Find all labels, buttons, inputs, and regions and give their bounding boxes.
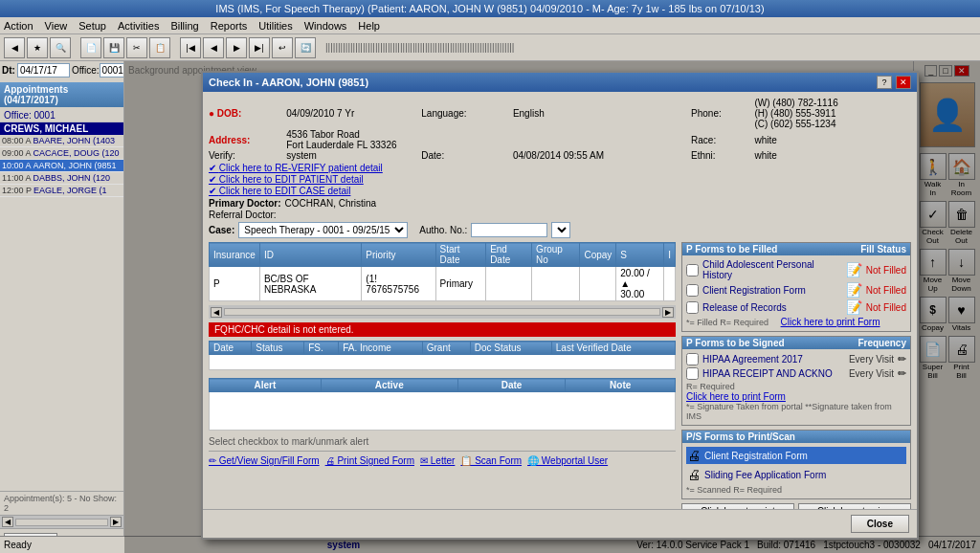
sign-cb-0[interactable] <box>686 353 699 365</box>
sign-freq-0: Every Visit <box>849 354 894 365</box>
tb-btn-2[interactable]: ★ <box>27 37 48 58</box>
appt-time-3: 11:00 A <box>2 173 32 183</box>
form-fill-cb-2[interactable] <box>686 301 699 314</box>
appt-item-0[interactable]: 08:00 A BAARE, JOHN (1403 <box>0 135 123 147</box>
tb-btn-6[interactable]: ✂ <box>126 37 147 58</box>
tb-nav-last[interactable]: ▶| <box>249 37 270 58</box>
fill-icon-0: 📝 <box>846 262 862 277</box>
id-col: ID <box>259 243 361 267</box>
ins-copay: 20.00 / ▲30.00 <box>616 267 664 301</box>
appt-item-3[interactable]: 11:00 A DABBS, JOHN (120 <box>0 172 123 185</box>
print-form-link-sign[interactable]: Click here to print Form <box>686 391 786 402</box>
fill-status-0: Not Filled <box>866 265 906 276</box>
form-fill-cb-0[interactable] <box>686 264 699 276</box>
appt-item-1[interactable]: 09:00 A CACACE, DOUG (120 <box>0 147 123 160</box>
get-sign-fill-link[interactable]: ✏ Get/View Sign/Fill Form <box>209 455 320 466</box>
autho-select[interactable] <box>551 222 570 238</box>
print-form-1[interactable]: 🖨 Sliding Fee Application Form <box>686 466 906 483</box>
appt-item-4[interactable]: 12:00 P EAGLE, JORGE (1 <box>0 185 123 197</box>
tb-btn-5[interactable]: 💾 <box>103 37 124 58</box>
menu-setup[interactable]: Setup <box>78 20 106 32</box>
menu-billing[interactable]: Billing <box>170 20 198 32</box>
modal-body: ● DOB: 04/09/2010 7 Yr Language: English… <box>203 92 917 538</box>
tb-btn-1[interactable]: ◀ <box>4 37 25 58</box>
scan-form-link[interactable]: 📋 Scan Form <box>460 455 522 466</box>
verify-value: system <box>286 150 413 161</box>
print-signed-link[interactable]: 🖨 Print Signed Form <box>325 455 414 466</box>
sign-edit-0[interactable]: ✏ <box>898 353 906 365</box>
tb-btn-3[interactable]: 🔍 <box>50 37 71 58</box>
print-form-link-fill[interactable]: Click here to print Form <box>781 317 880 327</box>
forms-fill-content: Child Adolescent Personal History 📝 Not … <box>682 255 910 331</box>
i-col: I <box>664 243 676 267</box>
tb-btn-4[interactable]: 📄 <box>80 37 101 58</box>
sign-name-0: HIPAA Agreement 2017 <box>702 354 845 365</box>
modal-split: Insurance ID Priority Start Date End Dat… <box>209 242 911 523</box>
dt-input[interactable] <box>17 63 70 77</box>
menu-view[interactable]: View <box>45 20 68 32</box>
insurance-scroll[interactable]: ◀ ▶ <box>209 305 676 319</box>
fill-status-col-header: Fill Status <box>860 244 906 254</box>
scroll-right-btn[interactable]: ▶ <box>110 517 122 527</box>
menu-windows[interactable]: Windows <box>304 20 347 32</box>
ins-scroll-right[interactable]: ▶ <box>662 307 674 318</box>
forms-fill-header: P Forms to be Filled Fill Status <box>682 243 910 255</box>
menu-utilities[interactable]: Utilities <box>258 20 292 32</box>
phone-values: (W) (480) 782-1116 (H) (480) 555-3911 (C… <box>754 98 911 129</box>
close-button[interactable]: Close <box>851 515 909 533</box>
tb-btn-7[interactable]: 📋 <box>149 37 170 58</box>
appointments-title: Appointments (04/17/2017) <box>4 84 68 105</box>
webportal-link[interactable]: 🌐 Webportal User <box>527 455 608 466</box>
letter-link[interactable]: ✉ Letter <box>420 455 455 466</box>
tb-nav-back[interactable]: ↩ <box>272 37 293 58</box>
tb-nav-next[interactable]: ▶ <box>226 37 247 58</box>
office-input[interactable] <box>100 63 124 77</box>
startdate-col: Start Date <box>435 243 486 267</box>
referral-label: Referral Doctor: <box>209 210 277 220</box>
autho-input[interactable] <box>471 223 547 237</box>
dob-value: 04/09/2010 7 Yr <box>286 98 413 129</box>
patient-info-section: ● DOB: 04/09/2010 7 Yr Language: English… <box>209 98 911 238</box>
insurance-row-0[interactable]: P BC/BS OF NEBRASKA (1! 7676575756 Prima… <box>210 267 676 301</box>
ins-scroll-left[interactable]: ◀ <box>211 307 222 318</box>
sign-cb-1[interactable] <box>686 367 699 380</box>
alert-col: Alert <box>210 379 322 392</box>
patient-details-left: ● DOB: 04/09/2010 7 Yr Language: English… <box>209 98 911 238</box>
frequency-col-header: Frequency <box>858 338 906 348</box>
modal-left: Insurance ID Priority Start Date End Dat… <box>209 242 676 523</box>
menu-action[interactable]: Action <box>4 20 33 32</box>
race-label: Race: <box>683 129 754 150</box>
reverify-link[interactable]: ✔ Click here to RE-VERIFY patient detail <box>209 163 383 173</box>
app-title: IMS (IMS, For Speech Therapy) <box>215 3 365 14</box>
addr-label: Address: <box>209 129 286 150</box>
doc-date-col: Date <box>210 342 252 355</box>
forms-to-sign-panel: P Forms to be Signed Frequency HIPAA Agr… <box>681 336 911 426</box>
active-col: Active <box>321 379 457 392</box>
patient-name-header: CREWS, MICHAEL <box>0 122 123 135</box>
menu-reports[interactable]: Reports <box>211 20 248 32</box>
modal-close-x[interactable]: ✕ <box>896 76 911 89</box>
tb-refresh[interactable]: 🔄 <box>295 37 316 58</box>
form-fill-name-2: Release of Records <box>702 302 842 313</box>
priority-col: Priority <box>362 243 435 267</box>
appt-item-2[interactable]: 10:00 A AARON, JOHN (9851 <box>0 160 123 172</box>
verify-label: Verify: <box>209 150 286 161</box>
toolbar-extra-icons: ||||||||||||||||||||||||||||||||||||||||… <box>325 42 514 53</box>
menu-help[interactable]: Help <box>358 20 380 32</box>
edit-patient-link[interactable]: ✔ Click here to EDIT PATIENT detail <box>209 174 364 185</box>
modal-help-btn[interactable]: ? <box>877 76 892 89</box>
menu-activities[interactable]: Activities <box>118 20 159 32</box>
tb-nav-prev[interactable]: ◀ <box>203 37 224 58</box>
form-fill-cb-1[interactable] <box>686 284 699 297</box>
dt-label: Dt: <box>2 65 15 76</box>
case-select[interactable]: Speech Therapy - 0001 - 09/25/15 <box>238 222 408 238</box>
form-fill-name-0: Child Adolescent Personal History <box>702 259 842 280</box>
groupno-col: Group No <box>532 243 580 267</box>
forms-print-header: P/S Forms to Print/Scan <box>682 431 910 443</box>
edit-case-link[interactable]: ✔ Click here to EDIT CASE detail <box>209 186 350 196</box>
print-form-0[interactable]: 🖨 Client Registration Form <box>686 447 906 464</box>
tb-nav-first[interactable]: |◀ <box>180 37 201 58</box>
scroll-left-btn[interactable]: ◀ <box>2 517 13 527</box>
appt-time-1: 09:00 A <box>2 148 32 158</box>
sign-edit-1[interactable]: ✏ <box>898 367 906 380</box>
